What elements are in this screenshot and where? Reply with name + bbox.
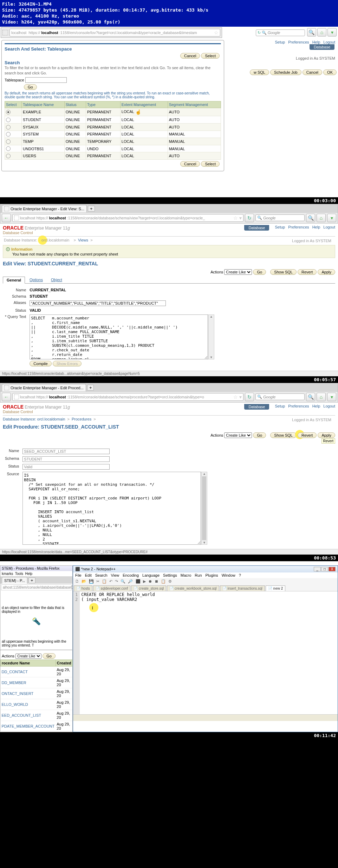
cancel-button[interactable]: Cancel — [303, 69, 322, 75]
url-field[interactable]: localhost https://localhost:1158/em/cons… — [12, 214, 243, 222]
proc-name-link[interactable]: PDATE_MEMBER_ACCOUNT — [1, 721, 56, 731]
ok-button[interactable]: OK — [323, 69, 337, 75]
row-radio[interactable] — [5, 123, 22, 131]
go-button[interactable]: Go — [253, 432, 266, 438]
editor-tab[interactable]: 📄 new 2 — [266, 585, 286, 591]
query-textarea[interactable]: SELECT m.account_number , c.first_name |… — [30, 314, 208, 359]
home-button[interactable]: ⌂ — [317, 214, 326, 222]
compile-button[interactable]: Compile — [30, 361, 51, 366]
row-radio[interactable] — [5, 138, 22, 145]
menu-settings[interactable]: Settings — [163, 573, 177, 577]
editor-tab[interactable]: 📄 create_workbook_store.sql — [167, 585, 219, 591]
actions-select[interactable]: Create Like — [224, 432, 252, 438]
tablespace-input[interactable] — [25, 77, 67, 83]
help-link[interactable]: Help — [312, 404, 320, 408]
database-tab[interactable]: Database — [244, 404, 269, 410]
editor-tab[interactable]: 📄 create_store.sql — [131, 585, 166, 591]
flashlight-icon[interactable]: 🔦 — [32, 617, 41, 625]
bookmarks-menu[interactable]: kmarks — [2, 572, 13, 576]
tab-options[interactable]: Options — [26, 277, 46, 283]
menu-macro[interactable]: Macro — [181, 573, 191, 577]
home-button[interactable]: ⌂ — [317, 393, 326, 401]
tab-general[interactable]: General — [3, 277, 25, 284]
select-button[interactable]: Select — [201, 161, 220, 167]
scrollbar[interactable]: ▲▼ — [208, 314, 214, 359]
actions-select[interactable]: Create Like — [15, 654, 41, 659]
scrollbar[interactable]: ▲▼ — [201, 472, 207, 545]
home-button[interactable]: ⌂ — [317, 28, 326, 37]
proc-name-link[interactable]: ONTACT_INSERT — [1, 688, 56, 699]
apply-button[interactable]: Apply — [318, 432, 335, 438]
menu-window[interactable]: Window — [222, 573, 235, 577]
row-radio[interactable] — [5, 131, 22, 138]
show-sql-button[interactable]: Show SQL — [270, 432, 297, 438]
breadcrumb-procedures[interactable]: Procedures — [72, 417, 91, 421]
url-field[interactable]: localhost https://localhost:1158/em/cons… — [9, 29, 220, 37]
logout-link[interactable]: Logout — [323, 404, 335, 408]
preferences-link[interactable]: Preferences — [288, 225, 309, 229]
name-input[interactable] — [22, 449, 110, 454]
apply-button[interactable]: Apply — [318, 269, 335, 275]
help-link[interactable]: Help — [312, 225, 320, 229]
select-button[interactable]: Select — [201, 53, 220, 59]
menu-button[interactable]: ▾ — [327, 393, 336, 401]
breadcrumb-views[interactable]: Views — [78, 238, 88, 242]
minimize-button[interactable]: _ — [314, 567, 321, 571]
col-created[interactable]: Created — [56, 660, 72, 666]
breadcrumb-instance[interactable]: Database Instance: orcl.localdomain — [3, 417, 65, 421]
browser-tab[interactable]: Oracle Enterprise Manager - Edit View: S… — [2, 205, 87, 212]
refresh-button[interactable]: ↻ — [245, 393, 254, 401]
editor-tab[interactable]: 📄 sqldeveloper.conf — [93, 585, 131, 591]
row-radio[interactable] — [5, 145, 22, 152]
col-select[interactable]: Select — [5, 101, 22, 108]
proc-name-link[interactable]: DD_CONTACT — [1, 666, 56, 677]
database-tab[interactable]: Database — [310, 44, 334, 50]
editor-tab[interactable]: 📄 insert_transactions.sql — [220, 585, 265, 591]
setup-link[interactable]: Setup — [275, 40, 285, 44]
menu-plugins[interactable]: Plugins — [206, 573, 218, 577]
menu-language[interactable]: Language — [142, 573, 160, 577]
menu-view[interactable]: View — [111, 573, 119, 577]
show-errors-button[interactable]: Show Errors — [53, 361, 82, 366]
col-extent[interactable]: Extent Management — [120, 101, 168, 108]
proc-name-link[interactable]: ELLO_WORLD — [1, 699, 56, 710]
go-button[interactable]: Go — [253, 269, 266, 275]
show-sql-button[interactable]: Show SQL — [270, 269, 297, 275]
back-button[interactable]: ← — [2, 393, 11, 401]
col-name[interactable]: Tablespace Name — [22, 101, 65, 108]
new-tab-button[interactable]: + — [87, 385, 94, 391]
show-sql-button[interactable]: w SQL — [250, 69, 269, 75]
bookmark-star-icon[interactable]: ☆ — [214, 30, 219, 35]
database-tab[interactable]: Database — [244, 225, 269, 231]
breadcrumb-instance[interactable]: Database Instance: orcl.localdomain — [3, 238, 71, 242]
browser-tab[interactable]: Oracle Enterprise Manager - Edit Proced.… — [2, 384, 86, 391]
row-radio[interactable] — [5, 116, 22, 124]
setup-link[interactable]: Setup — [275, 225, 285, 229]
cancel-button[interactable]: Cancel — [180, 53, 200, 59]
browser-tab[interactable]: STEM) - P... — [2, 577, 27, 584]
search-button[interactable]: 🔍 — [307, 28, 316, 37]
go-button[interactable]: Go — [24, 84, 37, 90]
menu-button[interactable]: ▾ — [327, 214, 336, 222]
tools-menu[interactable]: Tools — [15, 572, 23, 576]
menu-edit[interactable]: Edit — [85, 573, 92, 577]
cancel-button[interactable]: Cancel — [180, 161, 200, 167]
menu-run[interactable]: Run — [195, 573, 202, 577]
aliases-input[interactable] — [30, 300, 166, 306]
tab-object[interactable]: Object — [47, 277, 66, 283]
new-tab-button[interactable]: + — [88, 206, 95, 212]
refresh-button[interactable]: ↻ — [245, 214, 254, 222]
logout-link[interactable]: Logout — [323, 40, 335, 44]
col-type[interactable]: Type — [86, 101, 120, 108]
setup-link[interactable]: Setup — [275, 404, 285, 408]
search-button[interactable]: 🔍 — [306, 214, 315, 222]
preferences-link[interactable]: Preferences — [288, 404, 309, 408]
menu-?[interactable]: ? — [239, 573, 241, 577]
go-button[interactable]: Go — [43, 653, 56, 659]
menu-search[interactable]: Search — [95, 573, 108, 577]
maximize-button[interactable]: □ — [321, 567, 328, 571]
logout-link[interactable]: Logout — [323, 225, 335, 229]
bookmark-star-icon[interactable]: ☆ ▾ — [233, 215, 242, 221]
col-segment[interactable]: Segment Management — [168, 101, 221, 108]
back-button[interactable]: ← — [2, 214, 11, 222]
